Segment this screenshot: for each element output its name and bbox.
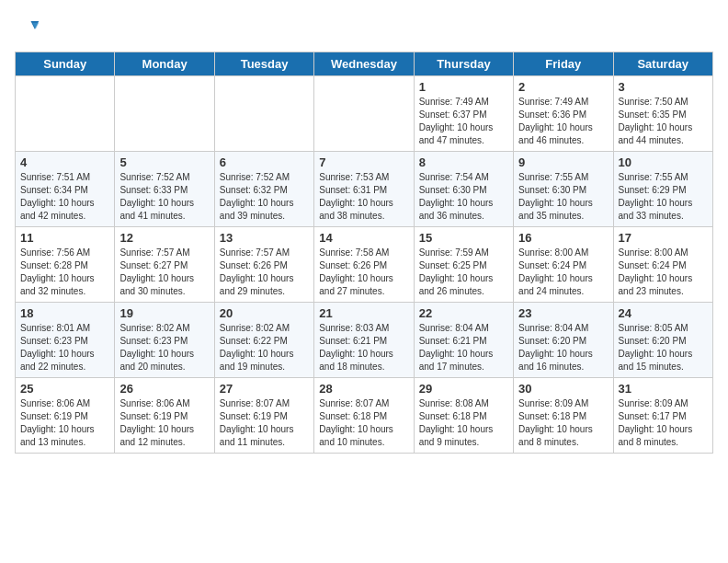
date-number: 9 [518,155,608,169]
calendar-cell: 14Sunrise: 7:58 AMSunset: 6:26 PMDayligh… [314,227,414,303]
calendar-cell: 10Sunrise: 7:55 AMSunset: 6:29 PMDayligh… [613,152,712,227]
date-number: 15 [419,231,508,245]
calendar-week-3: 11Sunrise: 7:56 AMSunset: 6:28 PMDayligh… [16,227,713,303]
date-number: 20 [220,306,309,320]
cell-content: Sunrise: 8:05 AMSunset: 6:20 PMDaylight:… [619,322,708,373]
cell-content: Sunrise: 8:00 AMSunset: 6:24 PMDaylight:… [619,247,708,298]
calendar-cell: 5Sunrise: 7:52 AMSunset: 6:33 PMDaylight… [115,152,214,227]
cell-content: Sunrise: 8:02 AMSunset: 6:23 PMDaylight:… [119,322,209,373]
cell-content: Sunrise: 7:53 AMSunset: 6:31 PMDaylight:… [319,171,408,223]
date-number: 27 [220,382,309,396]
calendar-cell: 11Sunrise: 7:56 AMSunset: 6:28 PMDayligh… [16,227,115,303]
calendar-week-5: 25Sunrise: 8:06 AMSunset: 6:19 PMDayligh… [16,378,713,454]
calendar-cell: 16Sunrise: 8:00 AMSunset: 6:24 PMDayligh… [514,227,613,303]
cell-content: Sunrise: 8:09 AMSunset: 6:17 PMDaylight:… [619,397,708,449]
calendar-cell: 2Sunrise: 7:49 AMSunset: 6:36 PMDaylight… [514,76,613,152]
weekday-header-saturday: Saturday [613,52,712,76]
calendar-cell: 18Sunrise: 8:01 AMSunset: 6:23 PMDayligh… [16,303,115,378]
calendar-cell: 20Sunrise: 8:02 AMSunset: 6:22 PMDayligh… [214,303,313,378]
date-number: 2 [518,80,608,94]
calendar-week-4: 18Sunrise: 8:01 AMSunset: 6:23 PMDayligh… [16,303,713,378]
cell-content: Sunrise: 8:04 AMSunset: 6:21 PMDaylight:… [419,322,508,373]
date-number: 26 [119,382,209,396]
cell-content: Sunrise: 7:57 AMSunset: 6:27 PMDaylight:… [119,247,209,298]
weekday-header-thursday: Thursday [414,52,513,76]
cell-content: Sunrise: 7:58 AMSunset: 6:26 PMDaylight:… [319,247,408,298]
cell-content: Sunrise: 7:52 AMSunset: 6:32 PMDaylight:… [220,171,309,223]
date-number: 21 [319,306,408,320]
logo-icon [15,15,40,40]
calendar-cell: 22Sunrise: 8:04 AMSunset: 6:21 PMDayligh… [414,303,513,378]
calendar-cell: 6Sunrise: 7:52 AMSunset: 6:32 PMDaylight… [214,152,313,227]
date-number: 6 [220,155,309,169]
calendar-cell: 12Sunrise: 7:57 AMSunset: 6:27 PMDayligh… [115,227,214,303]
date-number: 16 [518,231,608,245]
cell-content: Sunrise: 7:56 AMSunset: 6:28 PMDaylight:… [20,247,109,298]
cell-content: Sunrise: 7:50 AMSunset: 6:35 PMDaylight:… [619,96,708,147]
date-number: 1 [419,80,508,94]
calendar-week-1: 1Sunrise: 7:49 AMSunset: 6:37 PMDaylight… [16,76,713,152]
calendar-cell [214,76,313,152]
date-number: 12 [119,231,209,245]
calendar-cell: 1Sunrise: 7:49 AMSunset: 6:37 PMDaylight… [414,76,513,152]
weekday-header-sunday: Sunday [16,52,115,76]
weekday-header-tuesday: Tuesday [214,52,313,76]
calendar-cell: 13Sunrise: 7:57 AMSunset: 6:26 PMDayligh… [214,227,313,303]
date-number: 19 [119,306,209,320]
calendar-cell: 31Sunrise: 8:09 AMSunset: 6:17 PMDayligh… [613,378,712,454]
calendar-cell [314,76,414,152]
date-number: 28 [319,382,408,396]
cell-content: Sunrise: 7:54 AMSunset: 6:30 PMDaylight:… [419,171,508,223]
calendar-cell [115,76,214,152]
calendar-cell [16,76,115,152]
header [15,15,713,40]
date-number: 30 [518,382,608,396]
date-number: 17 [619,231,708,245]
cell-content: Sunrise: 8:08 AMSunset: 6:18 PMDaylight:… [419,397,508,449]
cell-content: Sunrise: 7:49 AMSunset: 6:37 PMDaylight:… [419,96,508,147]
cell-content: Sunrise: 8:07 AMSunset: 6:19 PMDaylight:… [220,397,309,449]
cell-content: Sunrise: 8:00 AMSunset: 6:24 PMDaylight:… [518,247,608,298]
date-number: 8 [419,155,508,169]
date-number: 23 [518,306,608,320]
calendar-cell: 7Sunrise: 7:53 AMSunset: 6:31 PMDaylight… [314,152,414,227]
calendar-cell: 30Sunrise: 8:09 AMSunset: 6:18 PMDayligh… [514,378,613,454]
weekday-header-row: SundayMondayTuesdayWednesdayThursdayFrid… [16,52,713,76]
cell-content: Sunrise: 8:06 AMSunset: 6:19 PMDaylight:… [119,397,209,449]
calendar-table: SundayMondayTuesdayWednesdayThursdayFrid… [15,52,713,454]
calendar-cell: 27Sunrise: 8:07 AMSunset: 6:19 PMDayligh… [214,378,313,454]
calendar-cell: 19Sunrise: 8:02 AMSunset: 6:23 PMDayligh… [115,303,214,378]
date-number: 11 [20,231,109,245]
calendar-cell: 23Sunrise: 8:04 AMSunset: 6:20 PMDayligh… [514,303,613,378]
date-number: 29 [419,382,508,396]
cell-content: Sunrise: 8:06 AMSunset: 6:19 PMDaylight:… [20,397,109,449]
calendar-cell: 28Sunrise: 8:07 AMSunset: 6:18 PMDayligh… [314,378,414,454]
cell-content: Sunrise: 8:02 AMSunset: 6:22 PMDaylight:… [220,322,309,373]
cell-content: Sunrise: 7:59 AMSunset: 6:25 PMDaylight:… [419,247,508,298]
cell-content: Sunrise: 7:55 AMSunset: 6:30 PMDaylight:… [518,171,608,223]
svg-rect-0 [15,15,40,40]
calendar-cell: 21Sunrise: 8:03 AMSunset: 6:21 PMDayligh… [314,303,414,378]
date-number: 31 [619,382,708,396]
date-number: 3 [619,80,708,94]
cell-content: Sunrise: 7:52 AMSunset: 6:33 PMDaylight:… [119,171,209,223]
weekday-header-friday: Friday [514,52,613,76]
date-number: 14 [319,231,408,245]
calendar-cell: 3Sunrise: 7:50 AMSunset: 6:35 PMDaylight… [613,76,712,152]
calendar-week-2: 4Sunrise: 7:51 AMSunset: 6:34 PMDaylight… [16,152,713,227]
cell-content: Sunrise: 7:49 AMSunset: 6:36 PMDaylight:… [518,96,608,147]
cell-content: Sunrise: 8:09 AMSunset: 6:18 PMDaylight:… [518,397,608,449]
calendar-cell: 15Sunrise: 7:59 AMSunset: 6:25 PMDayligh… [414,227,513,303]
cell-content: Sunrise: 8:03 AMSunset: 6:21 PMDaylight:… [319,322,408,373]
cell-content: Sunrise: 8:04 AMSunset: 6:20 PMDaylight:… [518,322,608,373]
calendar-cell: 24Sunrise: 8:05 AMSunset: 6:20 PMDayligh… [613,303,712,378]
weekday-header-wednesday: Wednesday [314,52,414,76]
calendar-cell: 17Sunrise: 8:00 AMSunset: 6:24 PMDayligh… [613,227,712,303]
calendar-cell: 25Sunrise: 8:06 AMSunset: 6:19 PMDayligh… [16,378,115,454]
cell-content: Sunrise: 8:01 AMSunset: 6:23 PMDaylight:… [20,322,109,373]
cell-content: Sunrise: 7:55 AMSunset: 6:29 PMDaylight:… [619,171,708,223]
cell-content: Sunrise: 8:07 AMSunset: 6:18 PMDaylight:… [319,397,408,449]
calendar-cell: 29Sunrise: 8:08 AMSunset: 6:18 PMDayligh… [414,378,513,454]
cell-content: Sunrise: 7:57 AMSunset: 6:26 PMDaylight:… [220,247,309,298]
calendar-cell: 8Sunrise: 7:54 AMSunset: 6:30 PMDaylight… [414,152,513,227]
